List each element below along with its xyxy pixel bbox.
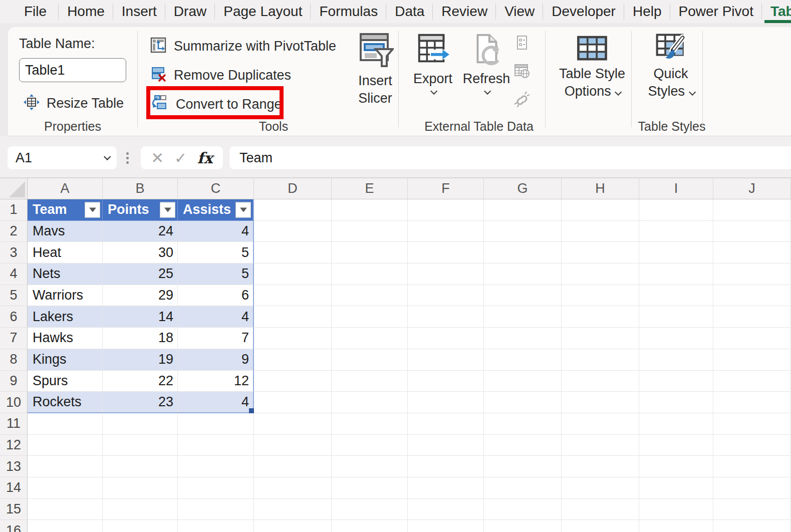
- cell-G12[interactable]: [484, 435, 562, 456]
- cell-E4[interactable]: [332, 263, 408, 285]
- cell-E13[interactable]: [332, 456, 408, 477]
- cell-J14[interactable]: [713, 477, 791, 499]
- cell-G2[interactable]: [484, 221, 562, 242]
- cell-H7[interactable]: [562, 328, 639, 349]
- cell-A9[interactable]: Spurs: [28, 371, 103, 392]
- cell-G1[interactable]: [484, 199, 562, 221]
- cell-I7[interactable]: [639, 328, 713, 349]
- remove-duplicates-button[interactable]: Remove Duplicates: [149, 64, 291, 86]
- cell-H12[interactable]: [562, 435, 639, 456]
- cell-B11[interactable]: [103, 413, 178, 435]
- column-header-I[interactable]: I: [639, 178, 713, 199]
- cell-E10[interactable]: [332, 392, 408, 413]
- tab-file[interactable]: File: [12, 0, 59, 23]
- cell-D2[interactable]: [254, 221, 332, 242]
- cell-B13[interactable]: [103, 456, 178, 477]
- cell-J16[interactable]: [713, 520, 791, 532]
- row-header-10[interactable]: 10: [0, 392, 28, 413]
- cell-C15[interactable]: [178, 499, 254, 520]
- cell-H8[interactable]: [562, 349, 639, 371]
- cell-H2[interactable]: [562, 221, 639, 242]
- cell-B15[interactable]: [103, 499, 178, 520]
- cell-D13[interactable]: [254, 456, 332, 477]
- resize-table-button[interactable]: Resize Table: [23, 92, 124, 114]
- cell-I9[interactable]: [639, 371, 713, 392]
- column-header-H[interactable]: H: [562, 178, 639, 199]
- cell-E11[interactable]: [332, 413, 408, 435]
- column-header-E[interactable]: E: [332, 178, 408, 199]
- table-properties-icon[interactable]: [513, 34, 531, 52]
- tab-developer[interactable]: Developer: [543, 0, 624, 23]
- cell-A2[interactable]: Mavs: [28, 221, 103, 242]
- row-header-6[interactable]: 6: [0, 306, 28, 328]
- convert-to-range-button[interactable]: Convert to Range: [150, 93, 282, 115]
- cell-G15[interactable]: [484, 499, 562, 520]
- cell-J10[interactable]: [713, 392, 791, 413]
- cell-H16[interactable]: [562, 520, 639, 532]
- cell-C1[interactable]: Assists: [178, 199, 254, 221]
- cell-C5[interactable]: 6: [178, 285, 254, 307]
- cell-I13[interactable]: [639, 456, 713, 477]
- cell-J1[interactable]: [713, 199, 791, 221]
- cell-D9[interactable]: [254, 371, 332, 392]
- cell-G10[interactable]: [484, 392, 562, 413]
- tab-table-design[interactable]: Table Design: [762, 0, 791, 23]
- cell-G3[interactable]: [484, 242, 562, 263]
- column-header-B[interactable]: B: [103, 178, 178, 199]
- quick-styles-button[interactable]: Quick Styles: [639, 32, 702, 100]
- cell-A6[interactable]: Lakers: [28, 306, 103, 328]
- tab-data[interactable]: Data: [386, 0, 433, 23]
- cell-D15[interactable]: [254, 499, 332, 520]
- cell-H6[interactable]: [562, 306, 639, 328]
- cell-J15[interactable]: [713, 499, 791, 520]
- row-header-14[interactable]: 14: [0, 477, 28, 499]
- cell-F16[interactable]: [408, 520, 484, 532]
- cell-F5[interactable]: [408, 285, 484, 307]
- cell-B5[interactable]: 29: [103, 285, 178, 307]
- cell-B6[interactable]: 14: [103, 306, 178, 328]
- cell-G13[interactable]: [484, 456, 562, 477]
- column-header-J[interactable]: J: [713, 178, 791, 199]
- column-header-D[interactable]: D: [254, 178, 332, 199]
- column-header-C[interactable]: C: [178, 178, 254, 199]
- cell-A10[interactable]: Rockets: [28, 392, 103, 413]
- cell-C7[interactable]: 7: [178, 328, 254, 349]
- row-header-2[interactable]: 2: [0, 221, 28, 242]
- cell-I2[interactable]: [639, 221, 713, 242]
- cell-E7[interactable]: [332, 328, 408, 349]
- row-header-16[interactable]: 16: [0, 520, 28, 532]
- cell-F6[interactable]: [408, 306, 484, 328]
- tab-view[interactable]: View: [496, 0, 543, 23]
- cell-A13[interactable]: [28, 456, 103, 477]
- cell-E15[interactable]: [332, 499, 408, 520]
- cell-H13[interactable]: [562, 456, 639, 477]
- column-header-A[interactable]: A: [28, 178, 103, 199]
- cell-H10[interactable]: [562, 392, 639, 413]
- cell-B4[interactable]: 25: [103, 263, 178, 285]
- cell-F1[interactable]: [408, 199, 484, 221]
- cell-D1[interactable]: [254, 199, 332, 221]
- cell-J11[interactable]: [713, 413, 791, 435]
- cell-J2[interactable]: [713, 221, 791, 242]
- cell-J5[interactable]: [713, 285, 791, 307]
- cell-C2[interactable]: 4: [178, 221, 254, 242]
- formula-input[interactable]: Team: [229, 146, 791, 169]
- cell-I3[interactable]: [639, 242, 713, 263]
- cell-I11[interactable]: [639, 413, 713, 435]
- row-header-1[interactable]: 1: [0, 199, 28, 221]
- cell-G6[interactable]: [484, 306, 562, 328]
- cell-F11[interactable]: [408, 413, 484, 435]
- refresh-dropdown-chevron[interactable]: [484, 88, 491, 95]
- cell-D12[interactable]: [254, 435, 332, 456]
- cell-F15[interactable]: [408, 499, 484, 520]
- cell-G16[interactable]: [484, 520, 562, 532]
- cell-J6[interactable]: [713, 306, 791, 328]
- cell-D11[interactable]: [254, 413, 332, 435]
- cell-F12[interactable]: [408, 435, 484, 456]
- cell-E12[interactable]: [332, 435, 408, 456]
- unlink-icon[interactable]: [513, 90, 531, 108]
- cell-J7[interactable]: [713, 328, 791, 349]
- cell-G4[interactable]: [484, 263, 562, 285]
- cell-G8[interactable]: [484, 349, 562, 371]
- cell-B1[interactable]: Points: [103, 199, 178, 221]
